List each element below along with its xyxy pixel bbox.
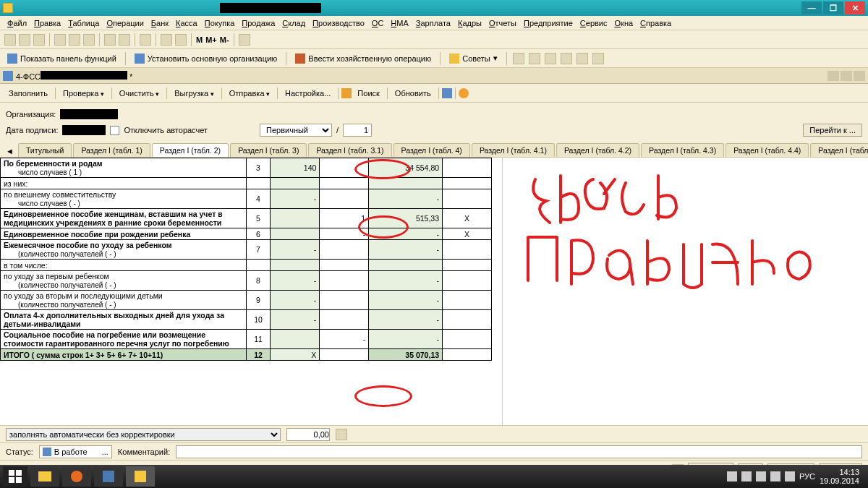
doc-close-button[interactable] — [854, 71, 865, 81]
menu-Операции[interactable]: Операции — [103, 17, 146, 29]
settings-button[interactable]: Настройка... — [281, 87, 335, 99]
tray-icon-2[interactable] — [741, 471, 752, 481]
tab-6[interactable]: Раздел I (табл. 4.1) — [472, 143, 555, 157]
undo-icon[interactable] — [104, 34, 116, 46]
correction-num-input[interactable] — [343, 124, 372, 137]
tab-0[interactable]: Титульный — [18, 143, 72, 157]
tab-10[interactable]: Раздел I (табл. 4.5) — [810, 143, 868, 157]
tab-1[interactable]: Раздел I (табл. 1) — [73, 143, 150, 157]
tool-icon-6[interactable] — [592, 53, 604, 64]
tray-icon-1[interactable] — [727, 471, 737, 481]
tool-icon-3[interactable] — [545, 53, 556, 64]
menu-Правка[interactable]: Правка — [31, 17, 64, 29]
task-explorer[interactable] — [30, 466, 59, 487]
menu-Продажа[interactable]: Продажа — [239, 17, 278, 29]
fill-button[interactable]: Заполнить — [4, 87, 52, 99]
fill-mode-select[interactable]: заполнять автоматически без корректировк… — [6, 428, 281, 441]
comment-input[interactable] — [176, 445, 862, 458]
primary-select[interactable]: Первичный — [260, 124, 332, 137]
table-row[interactable]: По беременности и родамчисло случаев ( 1… — [1, 158, 492, 178]
menu-Покупка[interactable]: Покупка — [202, 17, 238, 29]
cut-icon[interactable] — [54, 34, 66, 46]
clear-button[interactable]: Очистить — [115, 87, 163, 99]
refresh-button[interactable]: Обновить — [391, 87, 435, 99]
table-row[interactable]: Социальное пособие на погребение или воз… — [1, 330, 492, 349]
tab-3[interactable]: Раздел I (табл. 3) — [230, 143, 307, 157]
redo-icon[interactable] — [119, 34, 130, 46]
tray-icon-3[interactable] — [756, 471, 766, 481]
menu-Таблица[interactable]: Таблица — [65, 17, 102, 29]
table-row[interactable]: ИТОГО ( сумма строк 1+ 3+ 5+ 6+ 7+ 10+11… — [1, 349, 492, 361]
action-icon[interactable] — [442, 88, 452, 98]
table-row[interactable]: по внешнему совместительствучисло случае… — [1, 189, 492, 209]
copy-icon[interactable] — [69, 34, 80, 46]
menu-Справка[interactable]: Справка — [637, 17, 674, 29]
menu-Отчеты[interactable]: Отчеты — [486, 17, 519, 29]
calc-icon[interactable] — [161, 34, 172, 46]
open-icon[interactable] — [19, 34, 30, 46]
table-row[interactable]: Оплата 4-х дополнительных выходных дней … — [1, 310, 492, 330]
find-icon[interactable] — [140, 34, 151, 46]
tool-icon-4[interactable] — [561, 53, 572, 64]
enter-op-button[interactable]: Ввести хозяйственную операцию — [292, 52, 434, 65]
auto-off-checkbox[interactable] — [110, 126, 119, 135]
task-1c[interactable] — [126, 466, 155, 487]
task-firefox[interactable] — [62, 466, 91, 487]
help-action-icon[interactable] — [459, 88, 469, 98]
minimize-button[interactable]: — — [801, 1, 822, 14]
tray-sound-icon[interactable] — [785, 471, 795, 481]
status-select[interactable]: В работе... — [39, 445, 112, 458]
tool-icon-1[interactable] — [513, 53, 524, 64]
tab-8[interactable]: Раздел I (табл. 4.3) — [641, 143, 724, 157]
table-row[interactable]: в том числе: — [1, 260, 492, 271]
tool-icon-2[interactable] — [529, 53, 540, 64]
table-wrap[interactable]: По беременности и родамчисло случаев ( 1… — [0, 158, 503, 425]
table-row[interactable]: по уходу за вторым и последующими детьми… — [1, 291, 492, 310]
menu-Зарплата[interactable]: Зарплата — [413, 17, 454, 29]
tray-clock[interactable]: 14:1319.09.2014 — [820, 468, 859, 485]
paste-icon[interactable] — [83, 34, 95, 46]
menu-НМА[interactable]: НМА — [388, 17, 411, 29]
menu-Банк[interactable]: Банк — [148, 17, 171, 29]
menu-Предприятие[interactable]: Предприятие — [521, 17, 576, 29]
tab-9[interactable]: Раздел I (табл. 4.4) — [726, 143, 809, 157]
value-input[interactable] — [286, 428, 330, 441]
check-button[interactable]: Проверка — [59, 87, 109, 99]
menu-Окна[interactable]: Окна — [612, 17, 637, 29]
tab-2[interactable]: Раздел I (табл. 2) — [152, 143, 229, 157]
help-icon[interactable] — [239, 34, 250, 46]
tray-network-icon[interactable] — [770, 471, 780, 481]
calendar-icon[interactable] — [175, 34, 187, 46]
tab-nav-left[interactable]: ◄ — [3, 145, 17, 157]
m-button[interactable]: M — [196, 35, 203, 44]
tool-icon-5[interactable] — [576, 53, 588, 64]
goto-button[interactable]: Перейти к ... — [803, 124, 862, 137]
table-row[interactable]: из них: — [1, 178, 492, 189]
close-button[interactable]: ✕ — [845, 1, 865, 14]
menu-Файл[interactable]: Файл — [4, 17, 30, 29]
start-button[interactable] — [3, 466, 27, 487]
tab-7[interactable]: Раздел I (табл. 4.2) — [556, 143, 639, 157]
maximize-button[interactable]: ❐ — [823, 1, 843, 14]
menu-Касса[interactable]: Касса — [173, 17, 200, 29]
menu-Сервис[interactable]: Сервис — [577, 17, 610, 29]
menu-Кадры[interactable]: Кадры — [455, 17, 485, 29]
mplus-button[interactable]: M+ — [205, 35, 217, 44]
table-row[interactable]: Ежемесячное пособие по уходу за ребенком… — [1, 240, 492, 260]
doc-min-button[interactable] — [827, 71, 839, 81]
save-icon[interactable] — [33, 34, 45, 46]
menu-ОС[interactable]: ОС — [369, 17, 387, 29]
task-app3[interactable] — [94, 466, 123, 487]
table-row[interactable]: Единовременное пособие при рождении ребе… — [1, 228, 492, 240]
table-row[interactable]: Единовременное пособие женщинам, вставши… — [1, 209, 492, 228]
tab-4[interactable]: Раздел I (табл. 3.1) — [308, 143, 391, 157]
doc-max-button[interactable] — [841, 71, 852, 81]
menu-Производство[interactable]: Производство — [310, 17, 367, 29]
tab-5[interactable]: Раздел I (табл. 4) — [393, 143, 470, 157]
send-button[interactable]: Отправка — [225, 87, 274, 99]
menu-Склад[interactable]: Склад — [279, 17, 308, 29]
search-button[interactable]: Поиск — [353, 87, 383, 99]
new-icon[interactable] — [4, 34, 16, 46]
advice-button[interactable]: Советы ▾ — [446, 52, 500, 65]
tray-lang[interactable]: РУС — [799, 472, 815, 481]
